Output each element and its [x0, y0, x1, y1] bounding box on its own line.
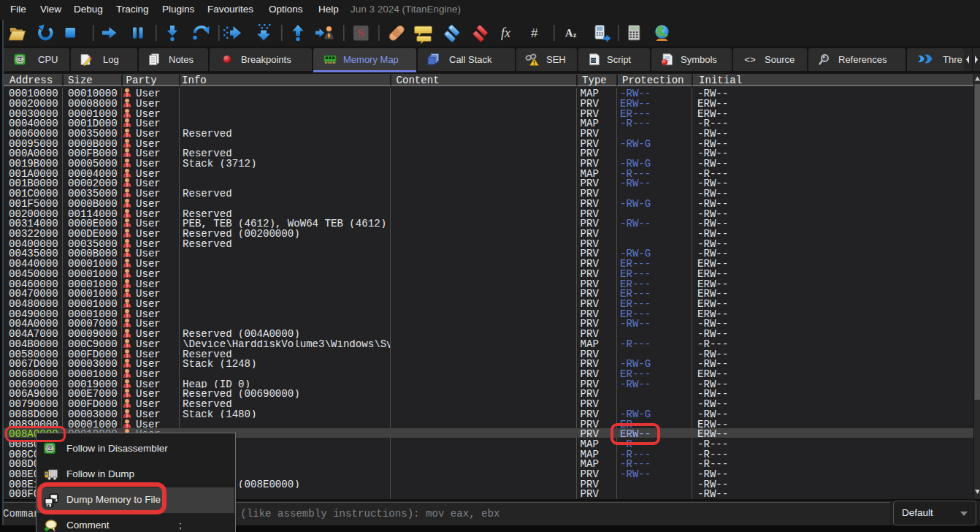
svg-text:S: S [357, 26, 364, 40]
svg-text:<>: <> [590, 58, 596, 64]
svg-text:<>: <> [744, 55, 756, 66]
svg-text:z: z [573, 31, 577, 39]
svg-text:A: A [565, 27, 573, 39]
svg-text:#: # [531, 26, 538, 40]
svg-text:fx: fx [501, 26, 510, 40]
